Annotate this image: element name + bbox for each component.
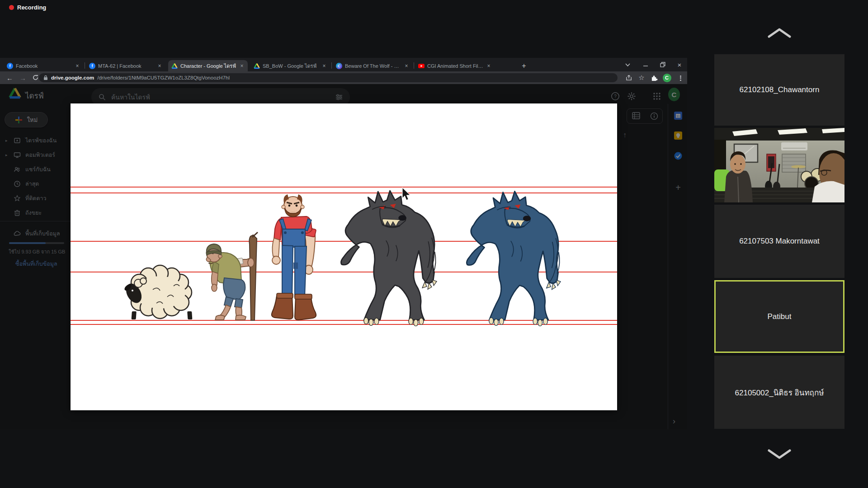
url-bar[interactable]: drive.google.com/drive/folders/1NtM9aCU5… [39, 73, 618, 82]
character-lineup-image [71, 103, 617, 410]
tab-search-chevron-icon[interactable] [620, 58, 635, 71]
blue-werewolf-character [467, 191, 561, 326]
drive-page: ไดรฟ์ ใหม่ ▸ ไดรฟ์ของฉัน ▸ [0, 84, 687, 429]
browser-profile-avatar[interactable]: C [661, 71, 673, 84]
google-drive-icon [171, 63, 178, 69]
share-button[interactable] [623, 71, 635, 84]
back-button[interactable]: ← [6, 74, 13, 82]
tab-label: Character - Google ไดรฟ์ [180, 62, 236, 70]
tab-label: SB_BoW - Google ไดรฟ์ [263, 62, 319, 70]
tab-separator [414, 62, 414, 69]
tab-label: MTA-62 | Facebook [98, 63, 154, 69]
participant-tile: 62105002_นิติธร อินทฤกษ์ [714, 356, 844, 429]
tab-strip: f Facebook × f MTA-62 | Facebook × Chara… [0, 58, 687, 71]
tab-cgi-short-film[interactable]: CGI Animated Short Film "Rituel" × [415, 60, 495, 71]
screen: Recording f Facebook × f MTA-62 | Facebo… [0, 0, 868, 488]
tab-close-icon[interactable]: × [404, 63, 409, 69]
recording-dot-icon [9, 5, 14, 10]
tab-sbbow-drive[interactable]: SB_BoW - Google ไดรฟ์ × [250, 60, 330, 71]
character-lineup-svg [71, 103, 617, 410]
google-drive-icon [254, 63, 260, 69]
participant-tile: 62102108_Chawantorn [714, 54, 844, 126]
reload-button[interactable] [33, 74, 38, 82]
youtube-icon [418, 63, 425, 69]
tab-separator [331, 62, 332, 69]
forward-button[interactable]: → [19, 74, 26, 82]
participant-name: Patibut [764, 312, 795, 321]
tab-close-icon[interactable]: × [486, 63, 491, 69]
browser-toolbar: ← → drive.google.com/drive/folders/1NtM9… [0, 71, 687, 84]
new-tab-button[interactable]: + [518, 60, 530, 71]
bookmark-star-icon[interactable]: ☆ [636, 71, 647, 84]
canva-icon: C [336, 63, 342, 69]
tab-facebook[interactable]: f Facebook × [4, 60, 83, 71]
tab-beware-of-the-wolf[interactable]: C Beware Of The Wolf - งานนำเสนอ × [333, 60, 412, 71]
webcam-video [714, 128, 844, 202]
mouse-cursor [402, 188, 410, 200]
tab-close-icon[interactable]: × [75, 63, 80, 69]
tab-separator [85, 62, 85, 69]
facebook-icon: f [7, 63, 13, 69]
extensions-puzzle-icon[interactable] [648, 71, 660, 84]
browser-window: f Facebook × f MTA-62 | Facebook × Chara… [0, 58, 687, 429]
lock-icon [43, 75, 48, 80]
tab-close-icon[interactable]: × [321, 63, 327, 69]
facebook-icon: f [89, 63, 95, 69]
tab-label: Beware Of The Wolf - งานนำเสนอ [345, 62, 401, 70]
recording-indicator: Recording [9, 4, 46, 11]
participant-tile-active-speaker: Patibut [714, 280, 844, 353]
participant-name: 62102108_Chawantorn [736, 85, 823, 94]
window-minimize-button[interactable] [638, 58, 653, 71]
tab-close-icon[interactable]: × [239, 63, 245, 69]
browser-menu-kebab-icon[interactable] [675, 71, 685, 84]
participant-tile: 62107503 Makorntawat [714, 205, 844, 278]
tab-mta62-facebook[interactable]: f MTA-62 | Facebook × [86, 60, 165, 71]
participant-video-tile [714, 128, 844, 202]
tab-character-drive[interactable]: Character - Google ไดรฟ์ × [168, 60, 248, 71]
participant-name: 62107503 Makorntawat [736, 237, 823, 246]
window-close-button[interactable]: × [672, 58, 687, 71]
avatar-initial: C [663, 74, 671, 82]
recording-label: Recording [17, 4, 46, 11]
window-restore-button[interactable] [656, 58, 670, 71]
farmer-character [272, 194, 316, 320]
old-shepherd-character [206, 232, 258, 320]
participant-name: 62105002_นิติธร อินทฤกษ์ [731, 386, 828, 399]
tab-close-icon[interactable]: × [157, 63, 162, 69]
url-domain: drive.google.com [51, 75, 94, 80]
url-path: /drive/folders/1NtM9aCU5TGZW1oZL3Z8QtgVo… [97, 75, 230, 80]
participants-scroll-up-chevron-icon[interactable] [766, 27, 793, 39]
participants-scroll-down-chevron-icon[interactable] [766, 448, 793, 460]
sheep-character [123, 265, 192, 319]
tab-label: CGI Animated Short Film "Rituel" [427, 63, 483, 69]
gray-werewolf-character [341, 191, 437, 326]
tab-label: Facebook [16, 63, 72, 69]
